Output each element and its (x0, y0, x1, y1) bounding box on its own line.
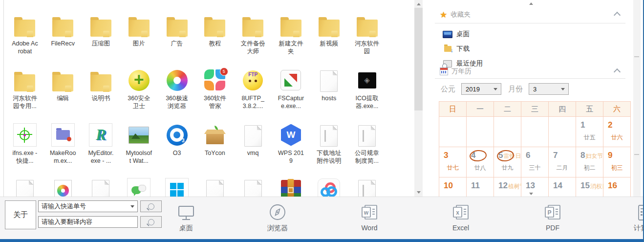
calendar-day-cell[interactable]: 14 (549, 177, 576, 197)
desktop-icon-grid: Adobe Acrobat FileRecv 压缩图 图片 广告 教程 文件 (3, 0, 413, 197)
desktop-icon[interactable]: ToYcon (196, 122, 234, 165)
calendar-day-cell[interactable]: 2 廿六 (603, 117, 631, 147)
favorites-collapse-icon[interactable] (614, 12, 621, 19)
scrollbar-thumb[interactable] (414, 8, 423, 110)
calendar-day-cell[interactable]: 1 廿五 (576, 117, 603, 147)
desktop-icon[interactable]: 说明书 (82, 67, 120, 110)
launcher-excel[interactable]: x Excel (429, 201, 493, 232)
calculator-icon (612, 201, 644, 222)
word-icon: w (338, 201, 401, 222)
favorite-item-download[interactable]: 下载 (443, 43, 470, 55)
calendar-day-cell[interactable]: 15消权日 (576, 177, 603, 197)
desktop-icon-label: 360安全卫士 (126, 94, 152, 110)
about-button[interactable]: 关于 (5, 200, 36, 229)
scroll-up-icon[interactable] (417, 3, 421, 5)
calendar-day-cell[interactable]: 7 二月 (549, 147, 576, 177)
grid-scrollbar[interactable] (414, 0, 423, 197)
desktop-icon[interactable] (310, 177, 348, 197)
favorite-item-desktop[interactable]: 桌面 (443, 28, 470, 41)
360-pinwheel-icon (167, 70, 188, 91)
desktop-icon[interactable]: 5 360软件管家 (196, 67, 234, 110)
desktop-icon[interactable]: MakeRoom.ex... (44, 122, 82, 165)
calendar-day-cell[interactable]: 16 (603, 177, 631, 197)
desktop-icon[interactable]: vmq (234, 122, 272, 165)
desktop-icon[interactable]: 8UFTP_3.8.2.... (234, 67, 272, 110)
launcher-browser[interactable]: 浏览器 (246, 201, 309, 233)
calendar-day-cell[interactable]: 3 廿七 (439, 147, 467, 177)
desktop-icon[interactable] (272, 177, 310, 197)
desktop-icon[interactable] (348, 177, 386, 197)
desktop-icon[interactable] (120, 177, 158, 197)
desktop-icon[interactable]: 公司规章制度简... (348, 122, 386, 165)
desktop-icon[interactable]: 新视频 (310, 13, 348, 56)
desktop-icon[interactable] (196, 177, 234, 197)
desktop-icon[interactable]: Adobe Acrobat (6, 13, 44, 56)
desktop-icon[interactable]: FileRecv (44, 13, 82, 56)
desktop-icon[interactable]: Mytoolsoft Wat... (120, 122, 158, 165)
folder-purple-icon (51, 123, 75, 147)
launcher-label: 浏览器 (246, 224, 309, 233)
calendar-day-cell[interactable]: 10 (439, 177, 467, 197)
desktop-icon[interactable]: FSCapture.exe... (272, 67, 310, 110)
desktop-icon[interactable]: 360极速浏览器 (158, 67, 196, 110)
desktop-icon-label: 编辑 (49, 94, 76, 102)
calendar-day-cell[interactable]: 11 (467, 177, 494, 197)
desktop-icon[interactable]: 文件备份大师 (234, 13, 272, 56)
desktop-icon[interactable]: 图片 (120, 13, 158, 56)
calendar-collapse-icon[interactable] (614, 68, 621, 75)
desktop-icon[interactable]: 编辑 (44, 67, 82, 110)
desktop-icon[interactable]: 360安全卫士 (120, 67, 158, 110)
weekday-header: 六 (603, 102, 631, 117)
translate-input[interactable] (38, 216, 138, 228)
divider (435, 23, 625, 23)
desktop-icon[interactable]: 压缩图 (82, 13, 120, 56)
calendar-day-cell[interactable]: 12植树节 (494, 177, 521, 197)
calendar-day-cell[interactable]: 6 三十 (521, 147, 549, 177)
calendar-day-cell[interactable]: 5雷锋日 廿九 (494, 147, 521, 177)
launcher-word[interactable]: w Word (338, 201, 401, 232)
desktop-icon[interactable]: 下载地址附件说明 (310, 122, 348, 165)
launcher-desktop[interactable]: 桌面 (154, 201, 218, 233)
desktop-icon[interactable] (234, 177, 272, 197)
desktop-icon[interactable]: ICO提取器.exe... (348, 67, 386, 110)
desktop-icon[interactable] (6, 177, 44, 197)
desktop-icon-label: 360软件管家 (201, 94, 228, 110)
panel-scrollbar[interactable] (633, 0, 641, 197)
desktop-icon[interactable]: R MyEditor.exe - ... (82, 122, 120, 165)
express-tracking-input[interactable] (38, 200, 138, 212)
desktop-icon[interactable]: 3 O3 (158, 122, 196, 165)
desktop-icon[interactable] (158, 177, 196, 197)
calendar-day-cell[interactable]: 9 初三 (603, 147, 631, 177)
calendar-day-cell[interactable] (439, 117, 467, 147)
desktop-icon[interactable]: 新建文件夹 (272, 13, 310, 56)
day-number: 7 (553, 151, 558, 160)
calendar-day-cell[interactable] (467, 117, 494, 147)
desktop-icon[interactable]: 河东软件园 (348, 13, 386, 56)
chevron-down-icon[interactable] (130, 205, 134, 208)
year-select[interactable]: 2019 (461, 83, 501, 95)
download-icon (444, 46, 451, 52)
month-select[interactable]: 3 (529, 83, 569, 95)
desktop-icon[interactable]: 广告 (158, 13, 196, 56)
launcher-calculator[interactable]: 计算器 (612, 201, 644, 233)
calendar-day-cell[interactable] (549, 117, 576, 147)
desktop-icon[interactable]: 河东软件园专用... (6, 67, 44, 110)
scroll-down-icon[interactable] (417, 191, 421, 194)
day-number: 6 (526, 151, 530, 160)
desktop-icon[interactable] (44, 177, 82, 197)
desktop-icon[interactable] (82, 177, 120, 197)
lunar-label: 廿五 (576, 133, 603, 142)
calendar-day-cell[interactable]: 4 廿八 (467, 147, 494, 177)
calendar-day-cell[interactable]: 8妇女节 初二 (576, 147, 603, 177)
desktop-icon[interactable]: W WPS 2019 (272, 122, 310, 165)
calendar-day-cell[interactable]: 13 (521, 177, 549, 197)
calendar-day-cell[interactable] (494, 117, 521, 147)
desktop-icon[interactable]: ifns.exe - 快捷... (6, 122, 44, 165)
panel-scroll-up-icon[interactable] (529, 2, 533, 5)
launcher-pdf[interactable]: P PDF (521, 201, 584, 232)
desktop-icon[interactable]: hosts (310, 67, 348, 110)
desktop-icon[interactable]: 教程 (196, 13, 234, 56)
launcher-label: Word (338, 224, 401, 232)
panel-scroll-down-icon[interactable] (529, 193, 533, 195)
calendar-day-cell[interactable] (521, 117, 549, 147)
